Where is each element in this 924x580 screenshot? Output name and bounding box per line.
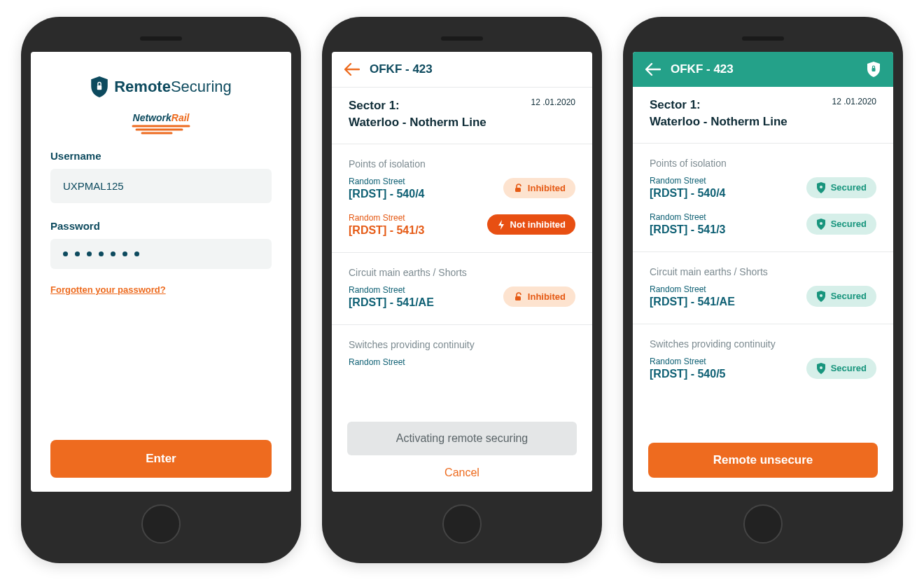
enter-button[interactable]: Enter (50, 440, 272, 478)
svg-rect-0 (97, 85, 102, 90)
circuit-street: Random Street (650, 284, 735, 294)
poi-code: [RDST] - 540/4 (650, 187, 725, 200)
circuit-code: [RDST] - 541/AE (349, 296, 434, 309)
topbar: OFKF - 423 (633, 52, 893, 87)
topbar: OFKF - 423 (332, 52, 592, 88)
section-switches-label: Switches providing continuity (332, 325, 592, 354)
poi-code: [RDST] - 541/3 (650, 223, 725, 236)
bolt-icon (497, 220, 505, 230)
shield-check-icon (816, 219, 826, 230)
status-pill-secured: Secured (806, 358, 876, 379)
svg-point-7 (820, 366, 822, 369)
poi-item[interactable]: Random Street [RDST] - 541/3 Not inhibit… (332, 210, 592, 247)
section-poi-label: Points of isolation (332, 144, 592, 174)
poi-street: Random Street (650, 176, 725, 186)
sector-screen-secured: OFKF - 423 Sector 1: Waterloo - Notherm … (633, 52, 893, 492)
password-label: Password (50, 220, 272, 232)
login-screen: RemoteSecuring NetworkRail Username Pass… (31, 52, 291, 492)
poi-street: Random Street (349, 213, 424, 223)
sector-date: 12 .01.2020 (832, 97, 876, 130)
status-pill-inhibited: Inhibited (503, 178, 575, 198)
phone-home-button[interactable] (743, 504, 783, 544)
remote-unsecure-button[interactable]: Remote unsecure (648, 443, 878, 478)
app-logo-row: RemoteSecuring (45, 76, 277, 97)
poi-item[interactable]: Random Street [RDST] - 541/3 Secured (633, 209, 893, 246)
phone-speaker (140, 36, 182, 41)
sector-header: Sector 1: Waterloo - Notherm Line 12 .01… (332, 88, 592, 144)
poi-street: Random Street (650, 212, 725, 222)
phone-home-button[interactable] (141, 504, 181, 544)
switch-code: [RDST] - 540/5 (650, 368, 725, 380)
shield-check-icon (816, 363, 826, 374)
sector-line2: Waterloo - Notherm Line (349, 114, 486, 131)
phone-home-button[interactable] (442, 504, 482, 544)
poi-item[interactable]: Random Street [RDST] - 540/4 Inhibited (332, 174, 592, 210)
circuit-code: [RDST] - 541/AE (650, 296, 735, 308)
username-label: Username (50, 150, 272, 162)
back-arrow-icon[interactable] (344, 62, 360, 77)
circuit-street: Random Street (349, 285, 434, 295)
networkrail-swoosh-icon (130, 125, 192, 136)
shield-lock-icon (867, 62, 881, 77)
phone-speaker (742, 36, 784, 41)
svg-rect-2 (515, 296, 521, 301)
phone-login: RemoteSecuring NetworkRail Username Pass… (21, 17, 301, 563)
unlock-icon (513, 184, 523, 193)
phone-activating: OFKF - 423 Sector 1: Waterloo - Notherm … (322, 17, 602, 563)
back-arrow-icon[interactable] (645, 62, 661, 77)
svg-rect-1 (515, 188, 521, 192)
status-pill-secured: Secured (806, 214, 876, 235)
svg-point-6 (820, 294, 822, 297)
forgot-password-link[interactable]: Forgotten your password? (50, 284, 166, 295)
username-input[interactable] (50, 169, 272, 203)
section-circuit-label: Circuit main earths / Shorts (332, 253, 592, 282)
app-title: RemoteSecuring (114, 78, 232, 96)
unlock-icon (513, 292, 523, 302)
sector-header: Sector 1: Waterloo - Notherm Line 12 .01… (633, 87, 893, 144)
phone-speaker (441, 36, 483, 41)
status-pill-notinhibited: Not inhibited (487, 214, 575, 235)
switch-street: Random Street (349, 357, 405, 367)
switch-street: Random Street (650, 357, 725, 366)
circuit-item[interactable]: Random Street [RDST] - 541/AE Secured (633, 282, 893, 318)
activating-status: Activating remote securing (347, 422, 577, 455)
topbar-title: OFKF - 423 (671, 62, 734, 76)
topbar-title: OFKF - 423 (370, 62, 433, 76)
poi-code: [RDST] - 541/3 (349, 224, 424, 237)
status-pill-secured: Secured (806, 177, 876, 198)
section-poi-label: Points of isolation (633, 144, 893, 173)
switch-item-partial[interactable]: Random Street (332, 354, 592, 377)
section-switches-label: Switches providing continuity (633, 324, 893, 354)
shield-check-icon (816, 291, 826, 302)
shield-check-icon (816, 182, 826, 193)
circuit-item[interactable]: Random Street [RDST] - 541/AE Inhibited (332, 282, 592, 319)
sector-line2: Waterloo - Notherm Line (650, 113, 788, 130)
svg-point-5 (820, 222, 822, 225)
networkrail-logo: NetworkRail (130, 112, 192, 136)
status-pill-inhibited: Inhibited (503, 286, 575, 307)
sector-line1: Sector 1: (650, 97, 788, 113)
activating-overlay: Activating remote securing Cancel (332, 413, 592, 492)
svg-rect-3 (872, 68, 876, 71)
sector-screen-activating: OFKF - 423 Sector 1: Waterloo - Notherm … (332, 52, 592, 492)
section-circuit-label: Circuit main earths / Shorts (633, 252, 893, 282)
shield-lock-icon (90, 76, 108, 97)
phone-secured: OFKF - 423 Sector 1: Waterloo - Notherm … (623, 17, 903, 563)
cancel-button[interactable]: Cancel (347, 455, 577, 479)
poi-code: [RDST] - 540/4 (349, 188, 424, 200)
password-input[interactable] (50, 239, 272, 269)
status-pill-secured: Secured (806, 286, 876, 307)
sector-line1: Sector 1: (349, 97, 486, 114)
svg-point-4 (820, 186, 822, 188)
poi-item[interactable]: Random Street [RDST] - 540/4 Secured (633, 173, 893, 209)
switch-item[interactable]: Random Street [RDST] - 540/5 Secured (633, 354, 893, 390)
sector-date: 12 .01.2020 (531, 97, 575, 131)
poi-street: Random Street (349, 177, 424, 186)
